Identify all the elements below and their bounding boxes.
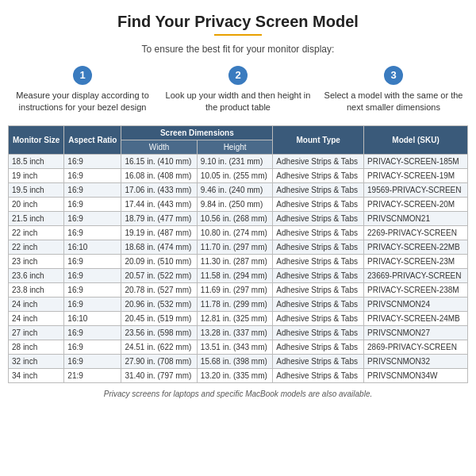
cell-mount: Adhesive Strips & Tabs [273,168,364,182]
cell-ratio: 16:9 [64,182,121,197]
step-1-text: Measure your display according to instru… [16,90,149,112]
cell-height: 9.10 in. (231 mm) [197,154,272,168]
cell-model: PRIVACY-SCREEN-23M [364,254,468,268]
cell-mount: Adhesive Strips & Tabs [273,354,364,368]
table-row: 19.5 inch16:917.06 in. (433 mm)9.46 in. … [9,182,468,197]
cell-width: 20.45 in. (519 mm) [121,311,197,325]
step-2-text: Look up your width and then height in th… [166,90,311,112]
cell-height: 10.05 in. (255 mm) [197,168,272,182]
cell-ratio: 16:10 [64,240,121,254]
step-3-text: Select a model with the same or the next… [324,90,463,112]
cell-size: 24 inch [9,297,64,311]
cell-size: 23.8 inch [9,282,64,297]
col-header-model: Model (SKU) [364,125,468,154]
cell-model: 2869-PRIVACY-SCREEN [364,340,468,354]
cell-width: 20.09 in. (510 mm) [121,254,197,268]
title-underline [214,34,262,36]
col-header-screen-dim: Screen Dimensions [121,125,273,140]
cell-model: PRIVSCNMON32 [364,354,468,368]
cell-height: 13.28 in. (337 mm) [197,325,272,340]
cell-mount: Adhesive Strips & Tabs [273,197,364,211]
table-row: 18.5 inch16:916.15 in. (410 mm)9.10 in. … [9,154,468,168]
page-container: Find Your Privacy Screen Model To ensure… [0,0,476,406]
cell-ratio: 16:9 [64,211,121,225]
steps-row: 1 Measure your display according to inst… [8,66,468,114]
cell-ratio: 16:9 [64,225,121,240]
cell-model: PRIVSCNMON34W [364,368,468,382]
footer-note: Privacy screens for laptops and specific… [8,390,468,398]
col-header-monitor: Monitor Size [9,125,64,154]
cell-size: 28 inch [9,340,64,354]
cell-mount: Adhesive Strips & Tabs [273,282,364,297]
table-row: 22 inch16:919.19 in. (487 mm)10.80 in. (… [9,225,468,240]
cell-model: PRIVACY-SCREEN-238M [364,282,468,297]
cell-mount: Adhesive Strips & Tabs [273,340,364,354]
cell-size: 24 inch [9,311,64,325]
col-header-height: Height [197,140,272,154]
table-row: 27 inch16:923.56 in. (598 mm)13.28 in. (… [9,325,468,340]
cell-mount: Adhesive Strips & Tabs [273,182,364,197]
cell-width: 19.19 in. (487 mm) [121,225,197,240]
table-row: 23.8 inch16:920.78 in. (527 mm)11.69 in.… [9,282,468,297]
cell-model: PRIVSCNMON21 [364,211,468,225]
table-row: 34 inch21:931.40 in. (797 mm)13.20 in. (… [9,368,468,382]
cell-width: 17.44 in. (443 mm) [121,197,197,211]
cell-width: 16.08 in. (408 mm) [121,168,197,182]
table-row: 19 inch16:916.08 in. (408 mm)10.05 in. (… [9,168,468,182]
cell-mount: Adhesive Strips & Tabs [273,268,364,282]
cell-height: 11.69 in. (297 mm) [197,282,272,297]
table-row: 24 inch16:920.96 in. (532 mm)11.78 in. (… [9,297,468,311]
table-row: 23 inch16:920.09 in. (510 mm)11.30 in. (… [9,254,468,268]
table-row: 21.5 inch16:918.79 in. (477 mm)10.56 in.… [9,211,468,225]
cell-size: 21.5 inch [9,211,64,225]
cell-size: 32 inch [9,354,64,368]
col-header-aspect: Aspect Ratio [64,125,121,154]
cell-ratio: 16:9 [64,154,121,168]
cell-model: PRIVACY-SCREEN-22MB [364,240,468,254]
cell-height: 12.81 in. (325 mm) [197,311,272,325]
cell-model: PRIVACY-SCREEN-20M [364,197,468,211]
cell-size: 27 inch [9,325,64,340]
table-row: 32 inch16:927.90 in. (708 mm)15.68 in. (… [9,354,468,368]
cell-ratio: 16:9 [64,197,121,211]
cell-mount: Adhesive Strips & Tabs [273,325,364,340]
cell-width: 16.15 in. (410 mm) [121,154,197,168]
cell-height: 11.58 in. (294 mm) [197,268,272,282]
step-2-circle: 2 [228,66,248,85]
cell-height: 11.30 in. (287 mm) [197,254,272,268]
cell-width: 20.57 in. (522 mm) [121,268,197,282]
cell-size: 34 inch [9,368,64,382]
cell-width: 24.51 in. (622 mm) [121,340,197,354]
cell-width: 18.79 in. (477 mm) [121,211,197,225]
cell-model: PRIVACY-SCREEN-19M [364,168,468,182]
cell-model: 19569-PRIVACY-SCREEN [364,182,468,197]
cell-model: 2269-PRIVACY-SCREEN [364,225,468,240]
step-3-circle: 3 [384,66,403,85]
cell-size: 18.5 inch [9,154,64,168]
cell-height: 9.46 in. (240 mm) [197,182,272,197]
cell-ratio: 16:9 [64,282,121,297]
step-1-circle: 1 [73,66,92,85]
step-2: 2 Look up your width and then height in … [163,66,313,114]
cell-mount: Adhesive Strips & Tabs [273,154,364,168]
cell-mount: Adhesive Strips & Tabs [273,254,364,268]
cell-height: 11.78 in. (299 mm) [197,297,272,311]
table-row: 20 inch16:917.44 in. (443 mm)9.84 in. (2… [9,197,468,211]
col-header-mount: Mount Type [273,125,364,154]
cell-size: 22 inch [9,240,64,254]
cell-height: 10.56 in. (268 mm) [197,211,272,225]
cell-height: 13.20 in. (335 mm) [197,368,272,382]
table-row: 24 inch16:1020.45 in. (519 mm)12.81 in. … [9,311,468,325]
cell-width: 18.68 in. (474 mm) [121,240,197,254]
cell-height: 11.70 in. (297 mm) [197,240,272,254]
page-title: Find Your Privacy Screen Model [8,13,468,31]
cell-mount: Adhesive Strips & Tabs [273,211,364,225]
cell-ratio: 16:10 [64,311,121,325]
table-row: 28 inch16:924.51 in. (622 mm)13.51 in. (… [9,340,468,354]
cell-mount: Adhesive Strips & Tabs [273,225,364,240]
step-3: 3 Select a model with the same or the ne… [319,66,468,114]
cell-width: 17.06 in. (433 mm) [121,182,197,197]
cell-height: 9.84 in. (250 mm) [197,197,272,211]
cell-size: 20 inch [9,197,64,211]
table-row: 22 inch16:1018.68 in. (474 mm)11.70 in. … [9,240,468,254]
